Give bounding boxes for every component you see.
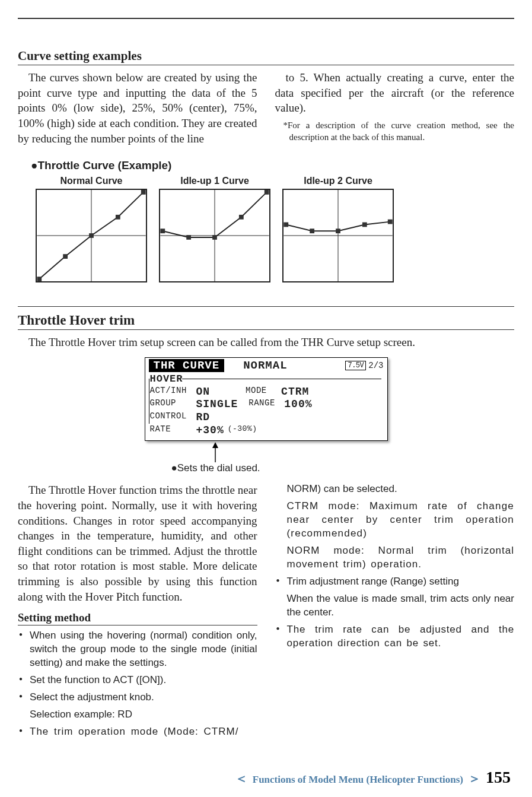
- hover-intro: The Throttle Hover trim setup screen can…: [18, 335, 514, 350]
- lcd-top-row: THR CURVE NORMAL 7.5V 2/3: [145, 358, 387, 373]
- bullets-right-2: The trim rate can be adjusted and the op…: [275, 623, 515, 650]
- arrow-up-icon: [211, 442, 220, 462]
- svg-rect-5: [116, 215, 120, 220]
- curve-normal-svg: [36, 189, 147, 282]
- lcd-body: HOVER ACT/INH ON MODE CTRM GROUP SINGLE …: [145, 373, 387, 440]
- svg-rect-4: [89, 233, 94, 238]
- svg-marker-22: [212, 442, 218, 448]
- lcd-battery: 7.5V: [345, 361, 366, 370]
- svg-rect-17: [310, 229, 314, 234]
- intro-footnote: *For a description of the curve creation…: [275, 119, 515, 144]
- ctrm-desc: CTRM mode: Maximum rate of change near c…: [275, 500, 515, 541]
- bullet-r-sub: When the value is made small, trim acts …: [275, 592, 515, 620]
- hover-para: The Throttle Hover function trims the th…: [18, 482, 257, 604]
- lcd-arrow-note: ●Sets the dial used.: [171, 442, 260, 474]
- svg-rect-12: [239, 215, 244, 220]
- bullet-l-3: Select the adjustment knob.: [18, 691, 257, 704]
- lcd-group-header: HOVER: [150, 373, 383, 385]
- lcd-act-label: ACT/INH: [150, 386, 196, 399]
- curve-idle1-svg: [159, 189, 270, 282]
- curve-normal-label: Normal Curve: [60, 176, 123, 186]
- curve-idle1-label: Idle-up 1 Curve: [180, 176, 249, 186]
- setting-method-title: Setting method: [18, 611, 257, 625]
- curve-idle1: Idle-up 1 Curve: [159, 176, 270, 282]
- lcd-range-value: 100%: [284, 398, 312, 411]
- section-hover-title: Throttle Hover trim: [18, 313, 514, 330]
- lcd-group-label: GROUP: [150, 398, 196, 411]
- divider-rule: [18, 306, 514, 307]
- hover-columns: The Throttle Hover function trims the th…: [18, 482, 514, 742]
- svg-rect-2: [37, 277, 42, 281]
- curve-normal: Normal Curve: [36, 176, 147, 282]
- svg-rect-6: [141, 190, 146, 195]
- intro-columns: The curves shown below are created by us…: [18, 70, 514, 146]
- lcd-title: THR CURVE: [149, 359, 225, 372]
- lcd-rate-label: RATE: [150, 424, 196, 437]
- bullet-r-2: The trim rate can be adjusted and the op…: [275, 623, 515, 650]
- bullet-l-4: The trim operation mode (Mode: CTRM/: [18, 725, 257, 739]
- curves-heading: ●Throttle Curve (Example): [31, 159, 514, 172]
- bullet-r-1: Trim adjustment range (Range) setting: [275, 575, 515, 589]
- svg-rect-18: [336, 229, 340, 234]
- bullets-left: When using the hovering (normal) conditi…: [18, 629, 257, 704]
- lcd-control-value: RD: [196, 411, 211, 424]
- svg-rect-3: [63, 254, 68, 259]
- lcd-act-value: ON: [196, 386, 211, 399]
- angle-right-icon: ＞: [468, 770, 481, 788]
- intro-right: to 5. When actually creating a curve, en…: [275, 70, 515, 116]
- page-footer: ＜ Functions of Model Menu (Helicopter Fu…: [235, 768, 511, 788]
- svg-rect-10: [186, 235, 191, 240]
- lcd-mode-value: CTRM: [281, 386, 309, 399]
- lcd-group-value: SINGLE: [196, 398, 238, 411]
- lcd-range-label: RANGE: [249, 398, 284, 411]
- bullet-l-sub: Selection example: RD: [18, 708, 257, 722]
- curve-idle2-label: Idle-up 2 Curve: [304, 176, 372, 186]
- section-curve-title: Curve setting examples: [18, 49, 514, 65]
- curve-idle2-svg: [282, 189, 394, 282]
- lcd-screen: THR CURVE NORMAL 7.5V 2/3 HOVER ACT/INH …: [145, 357, 388, 441]
- bullet-l-2: Set the function to ACT ([ON]).: [18, 674, 257, 687]
- svg-rect-20: [388, 220, 393, 224]
- footer-page: 155: [486, 768, 511, 787]
- angle-left-icon: ＜: [235, 770, 248, 788]
- footer-chapter: Functions of Model Menu (Helicopter Func…: [253, 774, 463, 786]
- svg-rect-9: [160, 229, 165, 234]
- top-rule: [18, 18, 514, 19]
- col-r-cont: NORM) can be selected.: [275, 482, 515, 496]
- curves-row: Normal Curve Idle-up 1 Curve Idle-up 2 C…: [36, 176, 514, 282]
- lcd-page: 2/3: [368, 361, 383, 370]
- lcd-condition: NORMAL: [243, 359, 287, 372]
- svg-rect-13: [265, 190, 269, 195]
- svg-rect-16: [283, 223, 288, 227]
- curve-idle2: Idle-up 2 Curve: [282, 176, 394, 282]
- bullets-left-2: The trim operation mode (Mode: CTRM/: [18, 725, 257, 739]
- norm-desc: NORM mode: Normal trim (horizontal movem…: [275, 544, 515, 571]
- lcd-mode-label: MODE: [246, 386, 281, 399]
- lcd-arrow-text: ●Sets the dial used.: [171, 462, 260, 474]
- lcd-rate-sub: (-30%): [228, 424, 257, 437]
- svg-rect-19: [362, 223, 367, 227]
- intro-left: The curves shown below are created by us…: [18, 70, 257, 146]
- lcd-control-label: CONTROL: [150, 411, 196, 424]
- bullet-l-1: When using the hovering (normal) conditi…: [18, 629, 257, 670]
- lcd-rate-value: +30%: [196, 424, 224, 437]
- bullets-right: Trim adjustment range (Range) setting: [275, 575, 515, 589]
- lcd-wrap: THR CURVE NORMAL 7.5V 2/3 HOVER ACT/INH …: [18, 357, 514, 474]
- svg-rect-11: [212, 235, 217, 240]
